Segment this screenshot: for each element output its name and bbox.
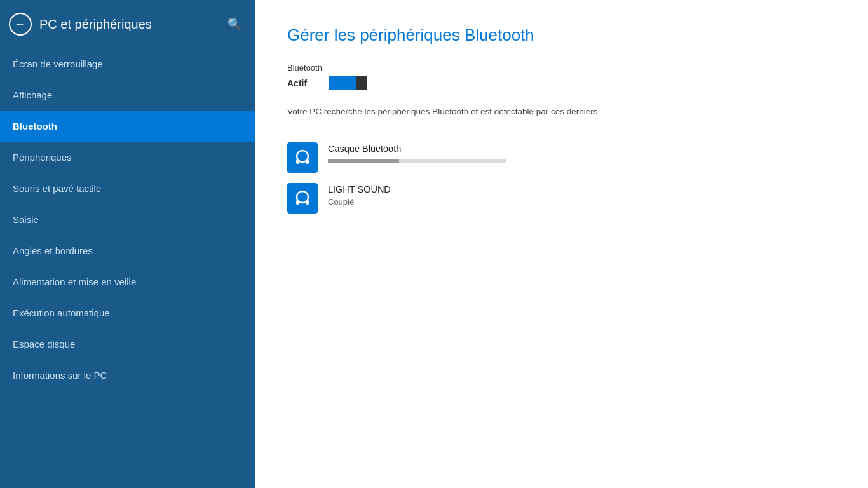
headphone-icon-2 xyxy=(292,188,313,208)
device-list: Casque Bluetooth LIGHT SOUND Couplé xyxy=(287,137,836,219)
svg-rect-5 xyxy=(306,200,309,205)
sidebar-item-infos[interactable]: Informations sur le PC xyxy=(0,360,255,391)
bluetooth-toggle[interactable] xyxy=(329,76,367,90)
back-button[interactable]: ← xyxy=(9,13,32,36)
device-name-casque: Casque Bluetooth xyxy=(328,144,506,154)
bluetooth-description: Votre PC recherche les périphériques Blu… xyxy=(287,105,637,118)
bluetooth-section-label: Bluetooth xyxy=(287,63,836,72)
sidebar-item-affichage[interactable]: Affichage xyxy=(0,79,255,111)
sidebar-nav: Écran de verrouillageAffichageBluetoothP… xyxy=(0,48,255,488)
device-item-casque[interactable]: Casque Bluetooth xyxy=(287,137,836,178)
toggle-status-label: Actif xyxy=(287,78,319,88)
sidebar-item-saisie[interactable]: Saisie xyxy=(0,204,255,235)
sidebar-item-espace[interactable]: Espace disque xyxy=(0,329,255,360)
page-title: Gérer les périphériques Bluetooth xyxy=(287,25,836,45)
back-arrow-icon: ← xyxy=(14,18,25,30)
device-info-lightsound: LIGHT SOUND Couplé xyxy=(328,183,391,207)
svg-rect-1 xyxy=(296,159,299,164)
sidebar-title: PC et périphériques xyxy=(39,17,217,32)
sidebar-item-alimentation[interactable]: Alimentation et mise en veille xyxy=(0,266,255,297)
main-content: Gérer les périphériques Bluetooth Blueto… xyxy=(255,0,868,488)
device-name-lightsound: LIGHT SOUND xyxy=(328,184,391,194)
svg-rect-4 xyxy=(296,200,299,205)
progress-bar-fill xyxy=(328,159,399,163)
device-progress-casque xyxy=(328,159,506,163)
device-item-lightsound[interactable]: LIGHT SOUND Couplé xyxy=(287,178,836,219)
toggle-off-part xyxy=(356,76,367,90)
sidebar-item-souris[interactable]: Souris et pavé tactile xyxy=(0,173,255,204)
sidebar-item-ecran[interactable]: Écran de verrouillage xyxy=(0,48,255,79)
toggle-on-part xyxy=(329,76,356,90)
sidebar: ← PC et périphériques 🔍 Écran de verroui… xyxy=(0,0,255,488)
device-info-casque: Casque Bluetooth xyxy=(328,142,506,163)
search-button[interactable]: 🔍 xyxy=(225,15,244,34)
sidebar-item-execution[interactable]: Exécution automatique xyxy=(0,297,255,329)
progress-bar-container xyxy=(328,159,506,163)
headphone-icon xyxy=(292,147,313,168)
device-icon-casque xyxy=(287,142,318,173)
sidebar-item-bluetooth[interactable]: Bluetooth xyxy=(0,111,255,142)
svg-rect-2 xyxy=(306,159,309,164)
sidebar-header: ← PC et périphériques 🔍 xyxy=(0,0,255,48)
sidebar-item-peripheriques[interactable]: Périphériques xyxy=(0,142,255,173)
toggle-row: Actif xyxy=(287,76,836,90)
sidebar-item-angles[interactable]: Angles et bordures xyxy=(0,235,255,266)
device-icon-lightsound xyxy=(287,183,318,214)
search-icon: 🔍 xyxy=(227,18,241,30)
device-status-lightsound: Couplé xyxy=(328,197,391,207)
